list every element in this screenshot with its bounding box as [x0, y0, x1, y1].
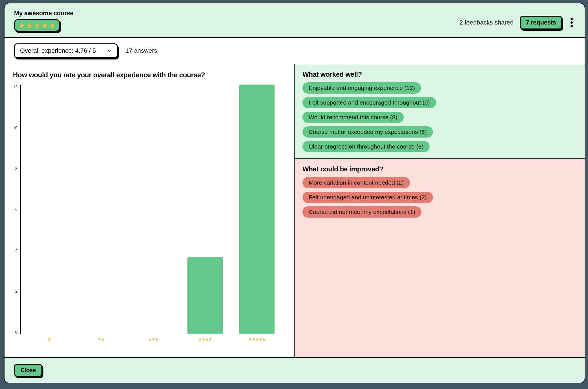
worked-well-title: What worked well?: [302, 70, 577, 78]
bar-chart: 024681012: [13, 85, 286, 334]
feedback-panes: What worked well? Enjoyable and engaging…: [295, 64, 585, 357]
chart-pane: How would you rate your overall experien…: [5, 64, 295, 357]
worked-well-chips: Enjoyable and engaging experience (12)Fe…: [302, 82, 577, 152]
modal-footer: Close: [5, 357, 585, 383]
answers-count: 17 answers: [125, 47, 157, 54]
bar: [239, 85, 275, 334]
header-right: 2 feedbacks shared 7 requests: [459, 10, 575, 29]
rating-badge[interactable]: ★★★★★: [14, 19, 60, 32]
bar-slot: [127, 85, 179, 334]
requests-button[interactable]: 7 requests: [520, 16, 562, 29]
star-icon: ★: [41, 22, 48, 30]
question-select-label: Overall experience: 4.76 / 5: [20, 47, 96, 54]
chip[interactable]: Course met or exceeded my expectations (…: [302, 126, 433, 138]
course-title: My awesome course: [14, 10, 74, 17]
bar: [187, 257, 223, 334]
improve-chips: More variation in content needed (2)Felt…: [302, 177, 577, 218]
chart-title: How would you rate your overall experien…: [13, 71, 286, 79]
toolbar: Overall experience: 4.76 / 5 17 answers: [5, 38, 585, 64]
x-tick: ★★: [75, 337, 127, 342]
y-tick: 4: [13, 248, 17, 253]
star-icon: ★: [18, 22, 25, 30]
main: How would you rate your overall experien…: [5, 64, 585, 357]
chip[interactable]: Course did not meet my expectations (1): [302, 206, 421, 218]
plot-area: [20, 85, 286, 334]
star-icon: ★: [34, 22, 41, 30]
y-tick: 0: [13, 330, 17, 334]
feedback-modal: My awesome course ★★★★★ 2 feedbacks shar…: [4, 3, 585, 383]
question-select[interactable]: Overall experience: 4.76 / 5: [14, 43, 118, 58]
improve-title: What could be improved?: [302, 165, 577, 173]
improve-pane: What could be improved? More variation i…: [295, 159, 585, 357]
bar-slot: [179, 85, 231, 334]
x-axis: ★★★★★★★★★★★★★★★: [13, 337, 286, 342]
more-icon[interactable]: [568, 17, 575, 28]
header-left: My awesome course ★★★★★: [14, 10, 74, 32]
worked-well-pane: What worked well? Enjoyable and engaging…: [295, 64, 585, 159]
chip[interactable]: Felt unengaged and uninterested at times…: [302, 192, 433, 203]
x-tick: ★★★★: [179, 337, 231, 342]
y-tick: 8: [13, 166, 17, 171]
bar-slot: [231, 85, 283, 334]
x-tick: ★★★★★: [231, 337, 283, 342]
y-tick: 2: [13, 289, 17, 293]
modal-header: My awesome course ★★★★★ 2 feedbacks shar…: [5, 3, 585, 38]
x-tick: ★: [23, 337, 75, 342]
chip[interactable]: More variation in content needed (2): [302, 177, 410, 188]
y-tick: 12: [13, 85, 17, 89]
bar-slot: [24, 85, 76, 334]
y-tick: 6: [13, 207, 17, 212]
chip[interactable]: Clear progression throughout the course …: [302, 141, 430, 152]
star-icon: ★: [49, 22, 56, 30]
star-icon: ★: [26, 22, 33, 30]
y-tick: 10: [13, 125, 17, 130]
x-tick: ★★★: [127, 337, 179, 342]
chip[interactable]: Would recommend this course (8): [302, 112, 404, 123]
bar-slot: [76, 85, 127, 334]
close-button[interactable]: Close: [14, 364, 42, 377]
chip[interactable]: Enjoyable and engaging experience (12): [302, 82, 421, 94]
chip[interactable]: Felt supported and encouraged throughout…: [302, 97, 436, 108]
chevron-down-icon: [107, 48, 112, 53]
feedbacks-shared-label: 2 feedbacks shared: [459, 19, 514, 26]
y-axis: 024681012: [13, 85, 20, 334]
